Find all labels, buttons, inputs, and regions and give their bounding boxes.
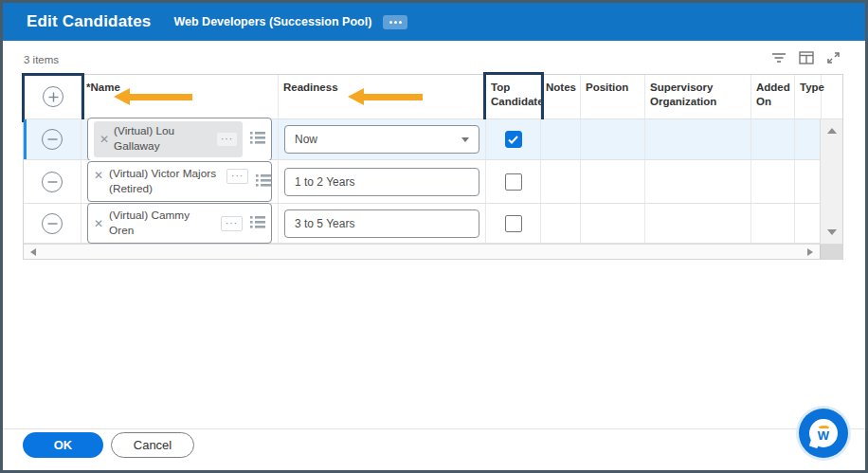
row-action-cell [24, 160, 81, 203]
grid-view-icon[interactable] [799, 51, 814, 64]
dialog-titlebar: Edit Candidates Web Developers (Successi… [3, 3, 865, 41]
notes-cell [541, 204, 581, 243]
readiness-value: Now [295, 133, 317, 146]
table-row: ✕ (Virtual) Lou Gallaway ··· N [24, 119, 842, 160]
top-candidate-checkbox[interactable] [505, 173, 522, 191]
selected-candidate: ✕ (Virtual) Cammy Oren ··· [94, 207, 243, 241]
scroll-down-arrow-icon[interactable] [827, 229, 837, 235]
readiness-dropdown[interactable]: 3 to 5 Years [284, 209, 479, 238]
table-header-row: *Name Readiness Top Candidate Notes Posi… [24, 75, 842, 119]
candidate-name: (Virtual) Victor Majors (Retired) [109, 167, 221, 197]
added-on-cell [751, 119, 795, 159]
add-row-header-cell [24, 75, 81, 118]
row-action-cell [24, 204, 81, 243]
remove-row-button[interactable] [42, 129, 63, 150]
notes-cell [541, 119, 581, 159]
page-title: Edit Candidates [27, 12, 151, 31]
supervisory-organization-cell [645, 160, 751, 203]
name-field[interactable]: ✕ (Virtual) Lou Gallaway ··· [87, 118, 272, 161]
selected-candidate-chip: ✕ (Virtual) Lou Gallaway ··· [94, 121, 243, 157]
position-cell [581, 204, 645, 243]
grid-toolbar [771, 51, 841, 64]
workday-assistant-button[interactable]: W [799, 409, 848, 458]
name-field[interactable]: ✕ (Virtual) Cammy Oren ··· [87, 203, 272, 245]
top-candidate-cell [486, 204, 541, 243]
workday-letter: W [818, 429, 829, 442]
items-count: 3 items [24, 54, 59, 65]
readiness-dropdown[interactable]: Now [284, 125, 479, 154]
chip-more-icon[interactable]: ··· [226, 169, 248, 184]
scroll-left-arrow-icon[interactable] [30, 248, 36, 256]
chevron-down-icon [461, 137, 469, 142]
added-on-cell [751, 204, 795, 243]
related-actions-icon[interactable] [383, 15, 407, 29]
scrollbar-corner [820, 245, 842, 259]
scroll-up-arrow-icon[interactable] [827, 128, 837, 134]
add-row-button[interactable] [43, 86, 63, 107]
remove-chip-icon[interactable]: ✕ [99, 134, 109, 145]
column-header-readiness[interactable]: Readiness [279, 75, 486, 118]
column-header-position[interactable]: Position [581, 75, 645, 118]
horizontal-scrollbar[interactable] [24, 244, 842, 259]
column-header-added-on[interactable]: Added On [751, 75, 795, 118]
column-header-top-candidate[interactable]: Top Candidate [486, 75, 541, 118]
selected-candidate: ✕ (Virtual) Victor Majors (Retired) ··· [94, 165, 248, 199]
prompt-icon[interactable] [250, 131, 265, 148]
name-cell: ✕ (Virtual) Lou Gallaway ··· [81, 119, 279, 159]
chip-more-icon[interactable]: ··· [221, 216, 243, 231]
readiness-cell: 1 to 2 Years [279, 160, 486, 203]
remove-row-button[interactable] [42, 172, 63, 192]
table-row: ✕ (Virtual) Victor Majors (Retired) ··· [24, 160, 842, 204]
expand-icon[interactable] [826, 51, 841, 64]
candidates-table: *Name Readiness Top Candidate Notes Posi… [23, 74, 843, 260]
top-candidate-checkbox[interactable] [505, 131, 522, 148]
remove-chip-icon[interactable]: ✕ [94, 170, 103, 181]
remove-row-button[interactable] [42, 213, 63, 234]
readiness-value: 1 to 2 Years [295, 175, 354, 189]
added-on-cell [751, 160, 795, 203]
type-cell [795, 160, 822, 203]
supervisory-organization-cell [645, 119, 751, 159]
readiness-cell: Now [279, 119, 486, 159]
column-header-type[interactable]: Type [795, 75, 822, 118]
readiness-dropdown[interactable]: 1 to 2 Years [284, 168, 479, 196]
type-cell [795, 119, 822, 159]
row-action-cell [24, 119, 81, 159]
top-candidate-cell [486, 160, 541, 203]
footer-divider [3, 428, 865, 429]
prompt-icon[interactable] [256, 173, 271, 191]
ok-button[interactable]: OK [23, 432, 103, 458]
workday-logo-icon: W [809, 419, 838, 447]
column-header-name[interactable]: *Name [81, 75, 279, 118]
readiness-value: 3 to 5 Years [295, 217, 354, 230]
name-field[interactable]: ✕ (Virtual) Victor Majors (Retired) ··· [87, 161, 272, 203]
vertical-scrollbar[interactable] [820, 119, 842, 244]
column-header-notes[interactable]: Notes [541, 75, 581, 118]
edit-candidates-dialog: Edit Candidates Web Developers (Successi… [0, 0, 868, 473]
filter-icon[interactable] [771, 51, 787, 64]
chip-more-icon[interactable]: ··· [217, 133, 237, 146]
cancel-button[interactable]: Cancel [111, 432, 194, 458]
name-cell: ✕ (Virtual) Cammy Oren ··· [81, 204, 279, 243]
page-subtitle: Web Developers (Succession Pool) [173, 15, 371, 28]
top-candidate-checkbox[interactable] [505, 215, 522, 232]
type-cell [795, 204, 822, 243]
row-selected-indicator [24, 119, 27, 159]
position-cell [581, 160, 645, 203]
position-cell [581, 119, 645, 159]
column-header-supervisory-organization[interactable]: Supervisory Organization [645, 75, 751, 118]
supervisory-organization-cell [645, 204, 751, 243]
scroll-right-arrow-icon[interactable] [807, 248, 813, 256]
candidate-name: (Virtual) Cammy Oren [109, 209, 215, 239]
top-candidate-cell [486, 119, 541, 159]
readiness-cell: 3 to 5 Years [279, 204, 486, 243]
remove-chip-icon[interactable]: ✕ [94, 218, 103, 229]
notes-cell [541, 160, 581, 203]
candidate-name: (Virtual) Lou Gallaway [114, 124, 212, 155]
name-cell: ✕ (Virtual) Victor Majors (Retired) ··· [81, 160, 279, 203]
prompt-icon[interactable] [250, 215, 265, 232]
table-row: ✕ (Virtual) Cammy Oren ··· 3 t [24, 204, 842, 244]
